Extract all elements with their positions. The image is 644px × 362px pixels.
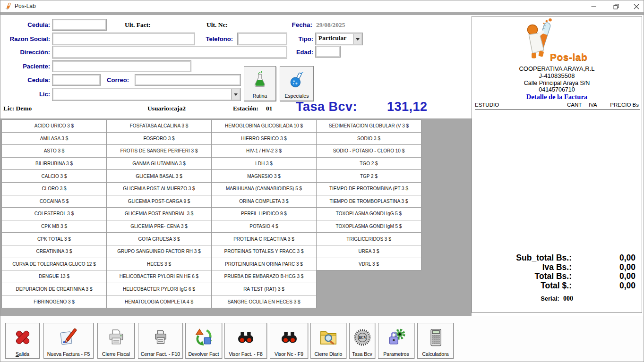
test-button[interactable]: CPK MB 3 $ [1,220,107,233]
test-button[interactable]: CLORO 3 $ [1,182,107,195]
test-button[interactable]: GLICEMIA POST-CARGA 9 $ [106,195,212,208]
serial-row: Serial:000 [472,294,642,303]
test-button[interactable]: POTASIO 4 $ [211,220,317,233]
toolbar-button-label: Calculadora [422,351,448,357]
tipo-select[interactable]: Particular [316,33,362,45]
direccion-input[interactable] [52,46,287,58]
test-button[interactable]: DEPURACION DE CREATININA 3 $ [1,283,107,296]
test-button[interactable]: UREA 3 $ [316,245,421,258]
test-button[interactable]: HEMATOLOGIA COMPLETA 4 $ [106,295,212,308]
test-column-4: SEDIMENTACION GLOBULAR (V 3 $SODIO 3 $SO… [316,119,421,270]
cedula-paciente-input[interactable] [52,75,100,85]
test-button[interactable]: HELICOBACTER PYLORI IgG 6 $ [106,283,212,296]
test-button[interactable]: BILIRRUBINA 3 $ [1,157,107,170]
toolbar-button-nueva-factura-f5[interactable]: Nueva Factura - F5 [43,323,94,359]
test-button[interactable]: CREATININA 3 $ [1,245,107,258]
test-button[interactable]: HIERRO SERICO 3 $ [211,132,317,145]
invoice-totals: Sub_total Bs.:0,00Iva Bs.:0,00Total Bs.:… [516,253,635,290]
telefono-input[interactable] [238,33,287,45]
total-label: Total Bs.: [535,272,572,281]
test-button[interactable]: CALCIO 3 $ [1,169,107,183]
poslab-app-icon [5,2,12,10]
test-button[interactable]: TGO 2 $ [316,157,421,170]
test-button[interactable]: ORINA COMPLETA 3 $ [211,195,317,208]
test-button[interactable]: PERFIL LIPIDICO 9 $ [211,207,317,220]
invoice-detail-title: Detalle de la Factura [472,93,642,101]
restore-button[interactable] [606,0,627,12]
rutina-button[interactable]: Rutina [244,66,276,101]
exit-icon [6,323,39,351]
test-button[interactable]: ACIDO URICO 3 $ [1,119,107,133]
test-button[interactable]: HIV-1 / HIV-2 3 $ [211,144,317,158]
test-button[interactable]: PROTEINURIA EN ORINA PARC 3 $ [211,258,317,271]
toolbar-button-devolver-fact[interactable]: Devolver Fact [185,323,222,359]
total-label: Total $.: [541,281,572,291]
toolbar-button-salida[interactable]: Salida [5,323,40,359]
test-button[interactable]: TRIGLICERIDOS 3 $ [316,232,421,245]
test-button[interactable]: RA TEST (RAT) 3 $ [211,283,317,296]
toolbar-button-visor-fact-f8[interactable]: Visor Fact. - F8 [224,323,267,359]
toolbar-button-calculadora[interactable]: Calculadora [417,323,454,359]
toolbar-button-cierre-diario[interactable]: Cierre Diario [310,323,346,359]
toolbar-button-visor-nc-f9[interactable]: Visor Nc - F9 [270,323,308,359]
test-button[interactable]: MARIHUANA (CANNABIOIDES) 5 $ [211,182,317,195]
test-button[interactable]: FROTIS DE SANGRE PERIFERI 3 $ [106,144,212,158]
test-button[interactable]: HELICOBACTER PYLORI EN HE 6 $ [106,270,212,283]
test-button[interactable]: SANGRE OCULTA EN HECES 3 $ [211,295,317,308]
test-button[interactable]: TOXOPLASMA GONDI IgM 5 $ [316,220,421,233]
test-button[interactable]: SODIO 3 $ [316,132,421,145]
close-button[interactable] [626,0,644,12]
test-button[interactable]: HECES 3 $ [106,258,212,271]
test-button[interactable]: HEMOGLOBINA GLICOSILADA 10 $ [211,119,317,133]
test-button[interactable]: SEDIMENTACION GLOBULAR (V 3 $ [316,119,421,133]
test-button[interactable]: TIEMPO DE PROTROMBINA (PT 3 $ [316,182,421,195]
test-button[interactable]: GLICEMIA BASAL 3 $ [106,169,212,183]
total-value: 0,00 [572,253,635,263]
correo-input[interactable] [135,75,240,85]
razon-social-input[interactable] [52,33,195,45]
total-row: Sub_total Bs.:0,00 [516,253,635,263]
test-button[interactable]: CPK TOTAL 3 $ [1,232,107,245]
invoice-table-header: ESTUDIO CANT IVA PRECIO Bs [475,102,640,110]
cedula-input[interactable] [52,19,106,30]
test-button[interactable]: CURVA DE TOLERANCIA GLUCO 12 $ [1,258,107,271]
test-button[interactable]: COLESTEROL 3 $ [1,207,107,220]
edad-input[interactable] [316,46,340,57]
company-rif: J-410835508 [472,72,642,79]
toolbar-button-parametros[interactable]: Parametros [378,323,414,359]
test-button[interactable]: GANMA GLUTAMINA 3 $ [106,157,212,170]
toolbar-button-label: Cerrar Fact. - F10 [141,351,180,357]
test-button[interactable]: GRUPO SANGUINEO FACTOR RH 3 $ [106,245,212,258]
test-button[interactable]: GOTA GRUESA 3 $ [106,232,212,245]
test-button[interactable]: SODIO - POTASIO - CLORO 10 $ [316,144,421,158]
test-button[interactable]: VDRL 3 $ [316,258,421,271]
test-button[interactable]: AMILASA 3 $ [1,132,107,145]
test-button[interactable]: MAGNESIO 3 $ [211,169,317,183]
test-button[interactable]: PROTEINA C REACTIVA 3 $ [211,232,317,245]
toolbar-button-cierre-fiscal[interactable]: Cierre Fiscal [97,323,135,359]
test-button[interactable]: PROTEINAS TOTALES Y FRACC 3 $ [211,245,317,258]
toolbar-button-tasa-bcv[interactable]: BCVTasa Bcv [349,323,375,359]
test-button[interactable]: DENGUE 13 $ [1,270,107,283]
lic-dropdown-arrow-icon[interactable] [231,89,240,100]
test-button[interactable]: TGP 2 $ [316,169,421,183]
test-button[interactable]: TIEMPO DE TROMBOPLASTINA 3 $ [316,195,421,208]
test-button[interactable]: FOSFORO 3 $ [106,132,212,145]
test-button[interactable]: GLICEMIA POST-PANDRIAL 3 $ [106,207,212,220]
test-button[interactable]: GLICEMIA PRE- CENA 3 $ [106,220,212,233]
especiales-button[interactable]: Especiales [280,66,314,101]
lic-select[interactable] [52,88,240,101]
tipo-dropdown-arrow-icon[interactable] [353,34,361,44]
test-button[interactable]: ASTO 3 $ [1,144,107,158]
minimize-button[interactable] [583,0,604,12]
test-button[interactable]: PRUEBA DE EMBARAZO B-HCG 3 $ [211,270,317,283]
test-button[interactable]: COCAINA 5 $ [1,195,107,208]
test-button[interactable]: FOSFATASA ALCALINA 3 $ [106,119,212,133]
test-button[interactable]: FIBRINOGENO 3 $ [1,295,107,308]
paciente-input[interactable] [52,61,191,72]
lic-label: Lic: [26,91,50,98]
test-button[interactable]: LDH 3 $ [211,157,317,170]
toolbar-button-cerrar-fact-f10[interactable]: Cerrar Fact. - F10 [138,323,183,359]
test-button[interactable]: GLICEMIA POST-ALMUERZO 3 $ [106,182,212,195]
test-button[interactable]: TOXOPLASMA GONDI IgG 5 $ [316,207,421,220]
